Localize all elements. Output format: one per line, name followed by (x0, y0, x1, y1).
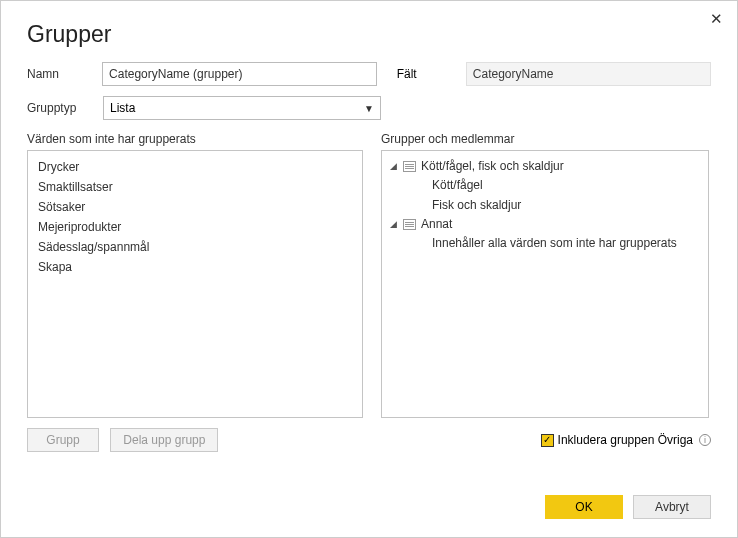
list-item[interactable]: Drycker (36, 157, 354, 177)
include-other-label: Inkludera gruppen Övriga (558, 433, 693, 447)
grouptype-value: Lista (110, 101, 135, 115)
grouptype-row: Grupptyp Lista ▼ (27, 96, 711, 120)
expand-icon[interactable]: ◢ (390, 162, 398, 171)
ok-button[interactable]: OK (545, 495, 623, 519)
groups-title: Grupper och medlemmar (381, 132, 514, 146)
list-item[interactable]: Sädesslag/spannmål (36, 237, 354, 257)
group-button[interactable]: Grupp (27, 428, 99, 452)
tree-child[interactable]: Kött/fågel (432, 175, 700, 195)
field-label: Fält (397, 67, 466, 81)
list-item[interactable]: Skapa (36, 257, 354, 277)
groups-treeview[interactable]: ◢ Kött/fågel, fisk och skaldjur Kött/fåg… (381, 150, 709, 418)
panes: Drycker Smaktillsatser Sötsaker Mejeripr… (27, 150, 711, 418)
name-input[interactable]: CategoryName (grupper) (102, 62, 377, 86)
chevron-down-icon: ▼ (364, 103, 374, 114)
group-icon (403, 161, 416, 172)
groups-dialog: ✕ Grupper Namn CategoryName (grupper) Fä… (0, 0, 738, 538)
section-titles: Värden som inte har grupperats Grupper o… (27, 132, 711, 146)
info-icon[interactable]: i (699, 434, 711, 446)
tree-child[interactable]: Fisk och skaldjur (432, 195, 700, 215)
name-label: Namn (27, 67, 102, 81)
tree-group-header[interactable]: ◢ Kött/fågel, fisk och skaldjur (390, 157, 700, 175)
list-item[interactable]: Mejeriprodukter (36, 217, 354, 237)
include-other-checkbox[interactable]: ✓ Inkludera gruppen Övriga i (541, 433, 711, 447)
below-row: Grupp Dela upp grupp ✓ Inkludera gruppen… (27, 428, 711, 452)
field-readonly: CategoryName (466, 62, 711, 86)
checkbox-checked-icon: ✓ (541, 434, 554, 447)
expand-icon[interactable]: ◢ (390, 220, 398, 229)
ungroup-button[interactable]: Dela upp grupp (110, 428, 218, 452)
tree-group-label: Kött/fågel, fisk och skaldjur (421, 159, 564, 173)
tree-group-header[interactable]: ◢ Annat (390, 215, 700, 233)
tree-group-label: Annat (421, 217, 452, 231)
name-row: Namn CategoryName (grupper) Fält Categor… (27, 62, 711, 86)
ungrouped-title: Värden som inte har grupperats (27, 132, 381, 146)
list-item[interactable]: Sötsaker (36, 197, 354, 217)
dialog-footer: OK Avbryt (545, 495, 711, 519)
ungrouped-listbox[interactable]: Drycker Smaktillsatser Sötsaker Mejeripr… (27, 150, 363, 418)
cancel-button[interactable]: Avbryt (633, 495, 711, 519)
dialog-title: Grupper (27, 21, 711, 48)
list-item[interactable]: Smaktillsatser (36, 177, 354, 197)
grouptype-select[interactable]: Lista ▼ (103, 96, 381, 120)
grouptype-label: Grupptyp (27, 101, 103, 115)
group-buttons: Grupp Dela upp grupp (27, 428, 218, 452)
tree-child[interactable]: Innehåller alla värden som inte har grup… (432, 233, 700, 253)
close-icon[interactable]: ✕ (710, 11, 723, 26)
group-icon (403, 219, 416, 230)
